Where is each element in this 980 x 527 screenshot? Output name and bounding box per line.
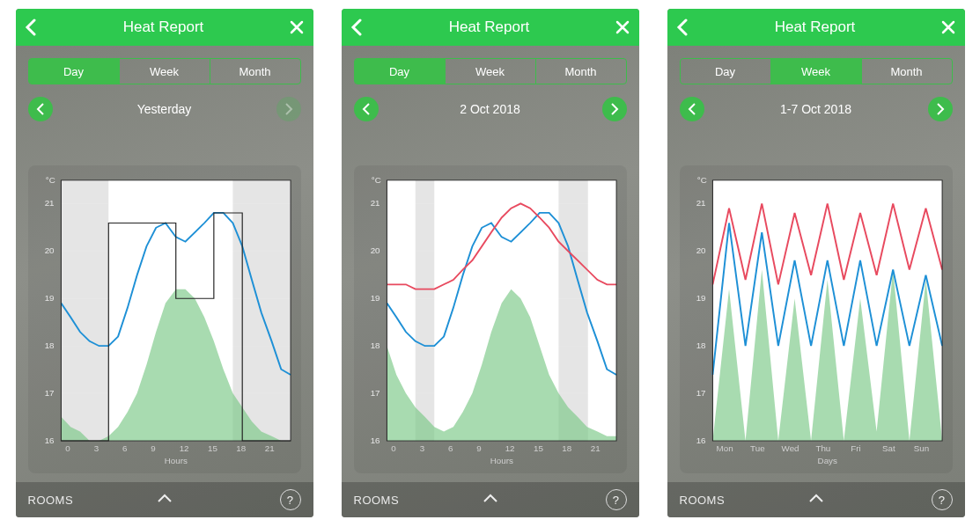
- svg-rect-1: [61, 180, 108, 441]
- next-date-button: [276, 97, 301, 121]
- screen-day-yesterday: Heat Report Day Week Month Yesterday: [16, 9, 313, 517]
- svg-text:18: 18: [562, 444, 571, 452]
- svg-text:Mon: Mon: [716, 444, 733, 452]
- svg-text:3: 3: [93, 444, 98, 452]
- page-title: Heat Report: [775, 18, 856, 36]
- help-icon[interactable]: ?: [932, 489, 953, 510]
- svg-text:19: 19: [696, 294, 705, 302]
- svg-text:Tue: Tue: [750, 444, 765, 452]
- svg-text:Wed: Wed: [781, 444, 799, 452]
- svg-text:21: 21: [44, 199, 54, 207]
- date-label: 1-7 Oct 2018: [780, 102, 851, 116]
- svg-text:12: 12: [505, 444, 514, 452]
- screen-day-2oct: Heat Report Day Week Month 2 Oct 2018: [342, 9, 639, 517]
- svg-rect-27: [415, 180, 434, 441]
- back-icon[interactable]: [350, 18, 363, 36]
- date-navigator: 1-7 Oct 2018: [680, 97, 953, 121]
- rooms-label[interactable]: ROOMS: [354, 494, 400, 507]
- chart-card: 16 17 18 19 20 21 °C Mon Tue Wed Thu Fri…: [680, 165, 953, 473]
- svg-text:16: 16: [696, 436, 705, 444]
- svg-rect-2: [232, 180, 291, 441]
- date-navigator: Yesterday: [28, 97, 301, 121]
- close-icon[interactable]: [290, 20, 304, 34]
- help-icon[interactable]: ?: [606, 489, 627, 510]
- svg-text:17: 17: [44, 389, 54, 397]
- tab-week[interactable]: Week: [445, 59, 535, 84]
- date-navigator: 2 Oct 2018: [354, 97, 627, 121]
- rooms-label[interactable]: ROOMS: [680, 494, 726, 507]
- svg-text:12: 12: [179, 444, 188, 452]
- svg-text:Thu: Thu: [815, 444, 830, 452]
- page-title: Heat Report: [449, 18, 530, 36]
- tab-month[interactable]: Month: [535, 59, 626, 84]
- close-icon[interactable]: [941, 20, 955, 34]
- chart-card: 16 17 18 19 20 21 °C 0 3 6 9 12: [28, 165, 301, 473]
- svg-text:21: 21: [590, 444, 600, 452]
- svg-text:18: 18: [236, 444, 246, 452]
- svg-text:18: 18: [370, 341, 379, 349]
- svg-text:Hours: Hours: [164, 457, 187, 465]
- tab-day[interactable]: Day: [29, 59, 119, 84]
- prev-date-button[interactable]: [28, 97, 53, 121]
- svg-text:°C: °C: [371, 177, 380, 185]
- chart-card: 16 17 18 19 20 21 °C 0 3 6 9 12 15 18 21…: [354, 165, 627, 473]
- screen-body: Day Week Month Yesterday: [16, 46, 313, 517]
- footer-bar: ROOMS ?: [16, 482, 313, 517]
- svg-text:21: 21: [264, 444, 274, 452]
- expand-icon[interactable]: [157, 494, 173, 507]
- help-icon[interactable]: ?: [280, 489, 301, 510]
- app-header: Heat Report: [667, 9, 965, 46]
- heat-chart: 16 17 18 19 20 21 °C Mon Tue Wed Thu Fri…: [687, 172, 946, 468]
- tab-day[interactable]: Day: [681, 59, 770, 84]
- prev-date-button[interactable]: [680, 97, 704, 121]
- tab-month[interactable]: Month: [861, 59, 952, 84]
- footer-bar: ROOMS ?: [342, 482, 639, 517]
- back-icon[interactable]: [25, 18, 37, 36]
- svg-text:9: 9: [476, 444, 481, 452]
- close-icon[interactable]: [615, 20, 630, 34]
- svg-text:6: 6: [122, 444, 126, 452]
- heat-chart: 16 17 18 19 20 21 °C 0 3 6 9 12 15 18 21…: [361, 172, 620, 468]
- screen-body: Day Week Month 1-7 Oct 2018 16 17 18 19 …: [667, 46, 965, 517]
- app-header: Heat Report: [16, 9, 313, 46]
- svg-text:16: 16: [370, 436, 379, 444]
- svg-text:17: 17: [696, 389, 705, 397]
- back-icon[interactable]: [676, 18, 689, 36]
- period-tabs: Day Week Month: [354, 58, 627, 84]
- svg-text:°C: °C: [45, 177, 55, 185]
- expand-icon[interactable]: [483, 494, 498, 507]
- tab-week[interactable]: Week: [119, 59, 210, 84]
- next-date-button[interactable]: [928, 97, 953, 121]
- svg-text:0: 0: [391, 444, 395, 452]
- page-title: Heat Report: [123, 18, 204, 36]
- heat-chart: 16 17 18 19 20 21 °C 0 3 6 9 12: [35, 172, 294, 468]
- date-label: 2 Oct 2018: [460, 102, 520, 116]
- svg-text:°C: °C: [696, 177, 706, 185]
- tab-week[interactable]: Week: [770, 59, 861, 84]
- svg-text:6: 6: [447, 444, 452, 452]
- svg-text:21: 21: [370, 199, 379, 207]
- svg-text:19: 19: [370, 294, 379, 302]
- screen-week: Heat Report Day Week Month 1-7 Oct 2018 …: [667, 9, 965, 517]
- svg-text:15: 15: [208, 444, 217, 452]
- tab-day[interactable]: Day: [355, 59, 445, 84]
- next-date-button[interactable]: [602, 97, 627, 121]
- expand-icon[interactable]: [808, 494, 824, 507]
- svg-text:Sat: Sat: [881, 444, 895, 452]
- svg-text:Sun: Sun: [913, 444, 928, 452]
- svg-text:Fri: Fri: [851, 444, 860, 452]
- tab-month[interactable]: Month: [210, 59, 300, 84]
- rooms-label[interactable]: ROOMS: [28, 494, 74, 507]
- svg-text:18: 18: [44, 341, 54, 349]
- svg-text:9: 9: [151, 444, 155, 452]
- prev-date-button[interactable]: [354, 97, 379, 121]
- svg-text:16: 16: [44, 436, 54, 444]
- svg-text:0: 0: [65, 444, 70, 452]
- period-tabs: Day Week Month: [680, 58, 953, 84]
- period-tabs: Day Week Month: [28, 58, 301, 84]
- svg-text:17: 17: [370, 389, 379, 397]
- app-header: Heat Report: [342, 9, 639, 46]
- date-label: Yesterday: [137, 102, 192, 116]
- svg-text:20: 20: [370, 246, 379, 254]
- svg-text:20: 20: [696, 246, 705, 254]
